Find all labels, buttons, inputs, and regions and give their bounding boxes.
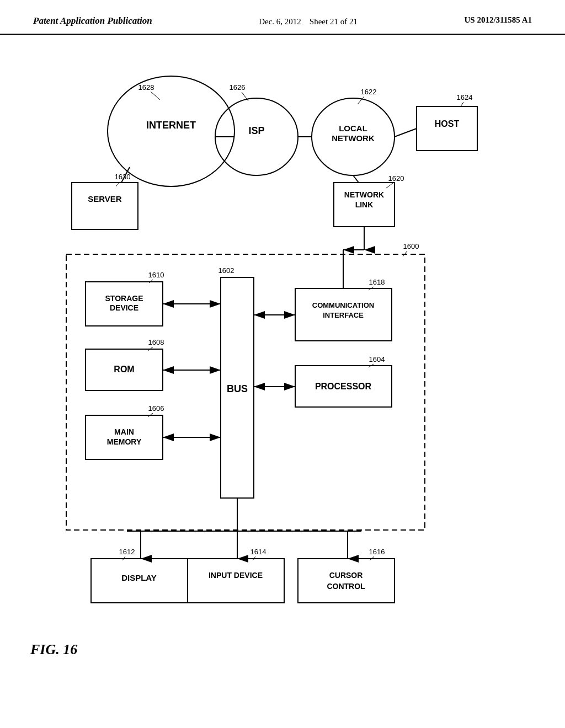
diagram-area: INTERNET 1628 ISP 1626 LOCAL NETWORK 162… bbox=[0, 35, 565, 713]
svg-line-34 bbox=[395, 129, 417, 137]
svg-text:INTERNET: INTERNET bbox=[146, 120, 196, 131]
svg-text:LINK: LINK bbox=[355, 200, 374, 209]
svg-text:1622: 1622 bbox=[361, 88, 377, 96]
svg-line-9 bbox=[151, 92, 160, 100]
svg-text:DEVICE: DEVICE bbox=[110, 303, 138, 312]
svg-text:INTERFACE: INTERFACE bbox=[323, 311, 364, 319]
svg-text:1612: 1612 bbox=[119, 548, 135, 556]
svg-text:1624: 1624 bbox=[457, 93, 473, 101]
svg-text:1628: 1628 bbox=[138, 83, 154, 92]
svg-text:CURSOR: CURSOR bbox=[329, 571, 363, 580]
patent-number: US 2012/311585 A1 bbox=[464, 15, 532, 25]
svg-line-18 bbox=[358, 97, 364, 104]
header-center: Dec. 6, 2012 Sheet 21 of 21 bbox=[259, 15, 358, 28]
svg-rect-83 bbox=[188, 559, 284, 603]
svg-text:NETWORK: NETWORK bbox=[332, 133, 375, 143]
svg-text:1606: 1606 bbox=[148, 404, 164, 413]
svg-rect-19 bbox=[417, 106, 477, 151]
svg-text:LOCAL: LOCAL bbox=[339, 124, 367, 133]
svg-text:1608: 1608 bbox=[148, 338, 164, 346]
svg-text:1620: 1620 bbox=[388, 174, 404, 183]
svg-text:MEMORY: MEMORY bbox=[107, 437, 142, 446]
page-header: Patent Application Publication Dec. 6, 2… bbox=[0, 0, 565, 35]
svg-text:ISP: ISP bbox=[248, 125, 264, 136]
svg-text:DISPLAY: DISPLAY bbox=[121, 573, 157, 582]
svg-text:NETWORK: NETWORK bbox=[344, 190, 384, 199]
figure-label: FIG. 16 bbox=[30, 641, 77, 658]
svg-rect-87 bbox=[298, 559, 395, 603]
svg-text:BUS: BUS bbox=[227, 383, 248, 394]
sheet-info: Sheet 21 of 21 bbox=[310, 17, 358, 26]
svg-text:1604: 1604 bbox=[369, 355, 385, 363]
svg-text:HOST: HOST bbox=[435, 119, 460, 129]
pub-date: Dec. 6, 2012 bbox=[259, 17, 301, 26]
svg-text:1600: 1600 bbox=[403, 242, 419, 250]
svg-text:1618: 1618 bbox=[369, 278, 385, 286]
svg-text:STORAGE: STORAGE bbox=[105, 294, 143, 303]
patent-diagram: INTERNET 1628 ISP 1626 LOCAL NETWORK 162… bbox=[0, 35, 565, 713]
svg-rect-23 bbox=[72, 183, 138, 229]
svg-text:MAIN: MAIN bbox=[114, 427, 134, 436]
svg-line-36 bbox=[353, 175, 359, 183]
svg-text:SERVER: SERVER bbox=[88, 194, 122, 204]
svg-line-31 bbox=[386, 183, 393, 188]
svg-line-22 bbox=[461, 102, 463, 106]
svg-text:1626: 1626 bbox=[230, 83, 246, 92]
svg-text:COMMUNICATION: COMMUNICATION bbox=[312, 301, 374, 309]
svg-text:CONTROL: CONTROL bbox=[327, 582, 365, 591]
publication-title: Patent Application Publication bbox=[33, 15, 152, 26]
svg-text:1602: 1602 bbox=[218, 266, 234, 275]
svg-text:INPUT DEVICE: INPUT DEVICE bbox=[209, 571, 263, 580]
svg-text:PROCESSOR: PROCESSOR bbox=[315, 382, 372, 391]
svg-text:ROM: ROM bbox=[114, 365, 134, 374]
svg-text:1614: 1614 bbox=[250, 548, 266, 556]
svg-text:1616: 1616 bbox=[369, 548, 385, 556]
svg-text:1610: 1610 bbox=[148, 271, 164, 279]
